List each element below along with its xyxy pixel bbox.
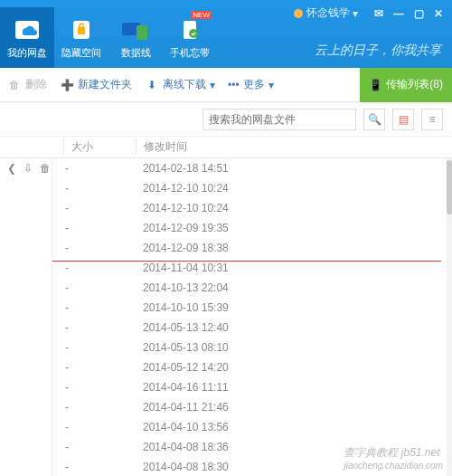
window-controls: ✉ — ▢ ✕ [372,7,445,20]
cell-mtime: 2014-04-16 11:11 [136,381,229,394]
cell-size: - [52,262,136,274]
phone-icon: 📱 [369,79,382,91]
svg-rect-4 [137,25,147,40]
tab-label: 手机忘带 [170,46,210,60]
tab-phone-sync[interactable]: 手机忘带NEW [163,7,217,68]
table-row[interactable]: -2014-12-09 18:38 [52,238,447,258]
tab-devices[interactable]: 数据线 [108,7,163,68]
cell-mtime: 2014-11-04 10:31 [136,262,229,274]
cell-mtime: 2014-04-11 21:46 [136,401,229,414]
cloud-icon [12,16,42,43]
offline-dl-label: 离线下载 [163,77,206,92]
col-size[interactable]: 大小 [63,139,136,155]
cell-mtime: 2014-05-13 08:10 [136,341,229,354]
svg-point-7 [294,9,303,18]
download-icon: ⬇ [145,78,159,92]
cell-size: - [52,202,136,214]
chevron-down-icon: ▾ [210,79,215,91]
slogan-text: 云上的日子，你我共享 [315,43,441,59]
scrollbar[interactable] [447,158,452,476]
col-mtime[interactable]: 修改时间 [136,139,187,155]
cell-size: - [52,421,136,433]
cell-size: - [52,401,136,414]
divider-line [52,261,441,262]
phone-sync-icon [174,16,205,43]
content-area: ❮ ⇩ 🗑 -2014-02-18 14:51-2014-12-10 10:24… [0,158,452,476]
share-icon[interactable]: ❮ [7,162,16,476]
delete-label: 删除 [25,77,47,92]
cell-size: - [52,182,136,195]
cell-mtime: 2014-12-09 19:35 [136,222,229,234]
list-view-icon: ▤ [399,113,409,126]
table-row[interactable]: -2014-05-13 12:40 [52,318,447,338]
svg-rect-2 [78,27,85,34]
download-icon[interactable]: ⇩ [24,162,33,476]
feedback-icon[interactable]: ✉ [372,7,385,20]
lock-icon [66,16,97,43]
ellipsis-icon: ••• [228,79,240,91]
search-icon: 🔍 [368,113,381,126]
table-row[interactable]: -2014-10-10 15:39 [52,298,447,318]
table-row[interactable]: -2014-05-12 14:20 [52,357,447,377]
new-folder-button[interactable]: ➕ 新建文件夹 [60,77,132,92]
column-headers: 大小 修改时间 [0,137,452,158]
cell-size: - [52,281,136,294]
cell-mtime: 2014-12-10 10:24 [136,182,229,195]
more-button[interactable]: ••• 更多 ▾ [228,77,274,92]
delete-button[interactable]: 🗑 删除 [7,77,47,92]
table-row[interactable]: -2014-10-13 22:04 [52,278,447,298]
search-input[interactable] [202,109,356,130]
scrollbar-thumb[interactable] [447,160,452,214]
user-account[interactable]: 怀念钱学 ▾ [293,5,358,21]
cell-size: - [52,461,136,473]
tab-label: 隐藏空间 [61,46,101,60]
tab-cloud[interactable]: 我的网盘 [0,7,54,68]
file-list: -2014-02-18 14:51-2014-12-10 10:24-2014-… [52,158,447,476]
new-folder-label: 新建文件夹 [78,77,132,92]
table-row[interactable]: -2014-05-13 08:10 [52,338,447,357]
table-row[interactable]: -2014-04-10 13:56 [52,417,447,437]
maximize-button[interactable]: ▢ [412,7,425,20]
cell-mtime: 2014-12-09 18:38 [136,242,229,254]
cell-size: - [52,341,136,354]
tab-label: 我的网盘 [7,46,47,60]
offline-download-button[interactable]: ⬇ 离线下载 ▾ [145,77,215,92]
sort-button[interactable]: ≡ [421,109,443,130]
cell-size: - [52,301,136,314]
table-row[interactable]: -2014-12-09 19:35 [52,218,447,238]
trash-icon: 🗑 [7,78,22,92]
user-name: 怀念钱学 [306,5,350,21]
cell-size: - [52,222,136,234]
cell-size: - [52,162,136,175]
table-row[interactable]: -2014-04-16 11:11 [52,377,447,397]
action-sidebar: ❮ ⇩ 🗑 [0,158,52,476]
chevron-down-icon: ▾ [353,7,358,20]
app-header: 我的网盘隐藏空间数据线手机忘带NEW 怀念钱学 ▾ ✉ — ▢ ✕ 云上的日子，… [0,0,452,68]
chevron-down-icon: ▾ [268,79,274,91]
cell-mtime: 2014-04-10 13:56 [136,421,229,433]
trash-icon[interactable]: 🗑 [40,162,51,476]
plus-folder-icon: ➕ [60,78,74,92]
transfer-list-button[interactable]: 📱 传输列表(8) [360,68,452,102]
toolbar: 🗑 删除 ➕ 新建文件夹 ⬇ 离线下载 ▾ ••• 更多 ▾ 📱 传输列表(8) [0,68,452,102]
table-row[interactable]: -2014-04-11 21:46 [52,397,447,417]
cell-mtime: 2014-05-13 12:40 [136,321,229,334]
minimize-button[interactable]: — [392,7,405,20]
close-button[interactable]: ✕ [432,7,445,20]
cell-mtime: 2014-10-13 22:04 [136,281,229,294]
table-row[interactable]: -2014-02-18 14:51 [52,158,447,178]
search-button[interactable]: 🔍 [363,109,385,130]
cell-size: - [52,381,136,394]
view-toggle-button[interactable]: ▤ [392,109,414,130]
search-bar: 🔍 ▤ ≡ [0,102,452,137]
cell-mtime: 2014-10-10 15:39 [136,301,229,314]
nav-tabs: 我的网盘隐藏空间数据线手机忘带NEW [0,0,217,68]
table-row[interactable]: -2014-12-10 10:24 [52,198,447,218]
table-row[interactable]: -2014-12-10 10:24 [52,178,447,198]
table-row[interactable]: -2014-04-08 18:30 [52,457,447,476]
new-badge: NEW [191,11,212,19]
cell-size: - [52,242,136,254]
tab-lock[interactable]: 隐藏空间 [54,7,108,68]
table-row[interactable]: -2014-04-08 18:36 [52,437,447,457]
cell-mtime: 2014-05-12 14:20 [136,361,229,374]
